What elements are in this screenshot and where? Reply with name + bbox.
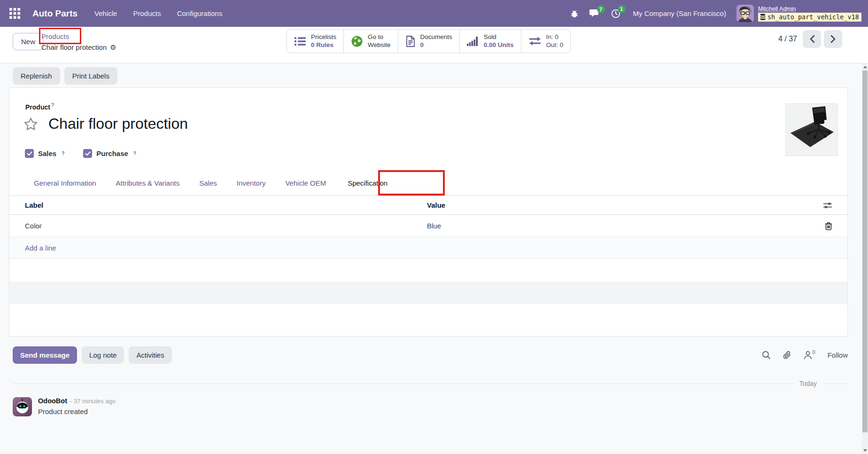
menu-configurations[interactable]: Configurations [177,9,223,17]
send-message-button[interactable]: Send message [13,346,77,364]
message-author[interactable]: OdooBot [38,397,67,405]
breadcrumb-products-link[interactable]: Products [41,29,69,42]
user-name[interactable]: Mitchell Admin [758,6,796,12]
tab-sales[interactable]: Sales [199,179,217,187]
purchase-checkbox[interactable]: Purchase? [83,149,136,158]
search-icon [762,351,771,360]
scroll-up-arrow[interactable] [863,66,867,68]
pager-value: 4 / 37 [778,35,797,43]
specification-table: Label Value Color Blue Add a line [9,196,847,304]
delete-row-button[interactable] [825,222,832,230]
followers-count: 0 [813,349,815,355]
activities-schedule-button[interactable]: Activities [129,346,171,364]
product-help-marker[interactable]: ? [51,102,54,108]
followers-button[interactable]: 0 [804,351,815,360]
pager-previous-button[interactable] [803,30,821,48]
top-navbar: Auto Parts Vehicle Products Configuratio… [0,0,868,27]
tab-attributes-variants[interactable]: Attributes & Variants [116,179,180,187]
sales-checkbox[interactable]: Sales? [25,149,64,158]
stat-button-sold[interactable]: Sold 0.00 Units [459,30,521,53]
new-button[interactable]: New [13,33,44,50]
paperclip-icon [783,351,791,360]
stat-button-go-to-website[interactable]: Go to Website [343,30,398,53]
print-labels-button[interactable]: Print Labels [64,67,117,85]
empty-row [9,282,847,304]
column-header-label[interactable]: Label [25,201,43,209]
empty-row [9,259,847,282]
breadcrumb-current: Chair floor protection ⚙ [41,44,116,51]
scrollbar-thumb[interactable] [862,70,868,432]
database-badge: sh_auto_part_vehicle_v18 [758,13,861,22]
attach-files-button[interactable] [783,351,791,360]
chevron-right-icon [830,35,836,43]
stat-website-line1: Go to [368,33,383,41]
user-info: Mitchell Admin sh_auto_part_vehicle_v18 [758,6,861,22]
bar-chart-icon [467,36,479,47]
person-icon [804,351,812,360]
stat-sold-value: 0.00 Units [484,41,514,49]
scroll-down-arrow[interactable] [863,449,867,452]
column-header-value[interactable]: Value [427,201,445,209]
product-title-input[interactable]: Chair floor protection [48,115,188,133]
divider-line [13,384,793,384]
favorite-star-button[interactable] [23,117,38,131]
activities-count-badge: 1 [618,5,626,13]
product-field-label-text: Product [25,103,50,111]
control-panel: New Products Chair floor protection ⚙ Pr… [0,27,868,63]
vertical-scrollbar[interactable] [862,63,868,454]
navbar-right: 7 1 My Company (San Francisco) Mitchell … [570,5,861,22]
chatter-message: OdooBot - 37 minutes ago Product created [13,397,116,416]
user-menu[interactable]: Mitchell Admin sh_auto_part_vehicle_v18 [736,5,861,22]
menu-products[interactable]: Products [133,9,161,17]
pager: 4 / 37 [778,30,842,48]
menu-vehicle[interactable]: Vehicle [94,9,117,17]
main-menu: Vehicle Products Configurations [94,9,222,17]
optional-columns-button[interactable] [823,202,832,209]
globe-icon [351,35,363,47]
record-actions-gear-icon[interactable]: ⚙ [110,44,116,51]
search-messages-button[interactable] [762,351,771,360]
log-note-button[interactable]: Log note [82,346,124,364]
stat-sold-label: Sold [484,33,496,41]
divider-date: Today [799,380,817,387]
stat-button-documents[interactable]: Documents 0 [398,30,459,53]
purchase-help-marker[interactable]: ? [133,151,136,156]
tab-specification[interactable]: Specification [346,179,389,187]
apps-menu-button[interactable] [8,6,22,21]
database-icon [760,14,766,20]
apps-grid-icon [9,8,20,19]
trash-icon [825,222,832,230]
debug-button[interactable] [570,9,579,18]
activities-button[interactable]: 1 [611,8,621,19]
star-icon [23,117,38,131]
message-body: Product created [38,407,116,415]
stat-button-in-out[interactable]: In: 0 Out: 0 [521,30,571,53]
add-a-line-link[interactable]: Add a line [25,244,56,252]
stat-documents-value: 0 [420,41,424,49]
tab-general-information[interactable]: General Information [34,179,96,187]
chatter-tools: 0 Follow [762,351,848,360]
document-icon [405,35,416,47]
messages-button[interactable]: 7 [589,8,600,18]
product-image[interactable] [785,103,838,156]
stat-button-pricelists[interactable]: Pricelists 0 Rules [287,30,343,53]
company-switcher[interactable]: My Company (San Francisco) [633,9,726,17]
tab-vehicle-oem[interactable]: Vehicle OEM [285,179,326,187]
stat-documents-label: Documents [420,33,452,41]
record-action-buttons: Replenish Print Labels [13,67,117,85]
stat-out-value: Out: 0 [546,41,564,49]
sales-help-marker[interactable]: ? [62,151,64,156]
spec-value-cell[interactable]: Blue [427,222,441,230]
pricelist-icon [294,36,306,47]
tab-inventory[interactable]: Inventory [237,179,266,187]
follow-button[interactable]: Follow [828,351,848,359]
divider-line [823,384,848,384]
spec-label-cell[interactable]: Color [25,222,42,230]
stat-website-line2: Website [368,41,391,49]
replenish-button[interactable]: Replenish [13,67,60,85]
table-row[interactable]: Color Blue [9,215,847,237]
odoobot-avatar[interactable] [13,397,32,416]
app-name[interactable]: Auto Parts [32,8,78,19]
breadcrumb-current-title: Chair floor protection [41,44,107,51]
pager-next-button[interactable] [824,30,842,48]
